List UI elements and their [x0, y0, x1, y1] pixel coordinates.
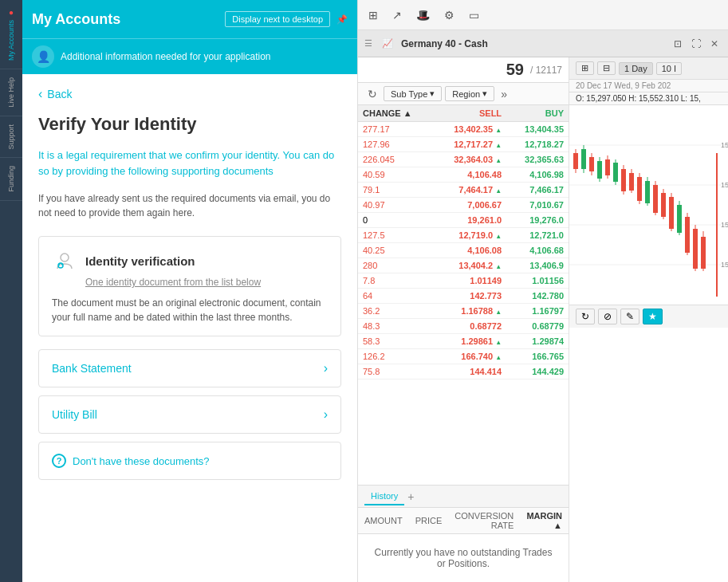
already-sent-text: If you have already sent us the required…: [38, 191, 341, 220]
change-cell: 40.97: [358, 198, 433, 213]
sell-cell: 166.740 ▲: [433, 349, 506, 364]
close-chart-button[interactable]: ✕: [707, 37, 722, 51]
table-row[interactable]: 226.045 32,364.03 ▲ 32,365.63: [358, 152, 569, 167]
line-chart-icon: 📈: [382, 38, 393, 49]
chart-type-toggle[interactable]: ⊟: [597, 61, 616, 75]
id-verify-description: The document must be an original electro…: [52, 296, 328, 324]
sub-type-chevron-icon: ▾: [430, 88, 435, 99]
table-row[interactable]: 79.1 7,464.17 ▲ 7,466.17: [358, 183, 569, 198]
table-row[interactable]: 277.17 13,402.35 ▲ 13,404.35: [358, 122, 569, 137]
price-display: 59 / 12117: [358, 57, 569, 83]
star-chart-button[interactable]: ★: [643, 309, 663, 324]
table-row[interactable]: 48.3 0.68772 0.68779: [358, 319, 569, 334]
display-next-button[interactable]: Display next to desktop: [225, 11, 330, 27]
back-button[interactable]: ‹ Back: [38, 87, 72, 101]
change-header: CHANGE ▲: [358, 105, 433, 122]
panel-header: My Accounts Display next to desktop 📌: [22, 0, 357, 38]
edit-chart-button[interactable]: ✎: [620, 309, 639, 324]
history-tabs: History +: [358, 486, 569, 508]
utility-bill-option[interactable]: Utility Bill ›: [38, 395, 341, 434]
id-verify-section: Identity verification One identity docum…: [38, 236, 341, 336]
price-value: 59: [506, 61, 524, 79]
buy-cell: 19,276.0: [506, 213, 569, 228]
buy-cell: 13,404.35: [506, 122, 569, 137]
change-cell: 79.1: [358, 183, 433, 198]
change-cell: 36.2: [358, 304, 433, 319]
margin-header[interactable]: MARGIN ▲: [520, 508, 569, 534]
candlestick-chart: 15,552 15,400 15,250 15,100: [569, 105, 728, 305]
table-row[interactable]: 127.96 12,717.27 ▲ 12,718.27: [358, 137, 569, 152]
1day-button[interactable]: 1 Day: [619, 62, 653, 75]
change-cell: 0: [358, 213, 433, 228]
table-row[interactable]: 126.2 166.740 ▲ 166.765: [358, 349, 569, 364]
bank-statement-option[interactable]: Bank Statement ›: [38, 349, 341, 387]
chart-view-toggle[interactable]: ⊞: [576, 61, 594, 75]
table-row[interactable]: 280 13,404.2 ▲ 13,406.9: [358, 258, 569, 273]
sell-cell: 32,364.03 ▲: [433, 152, 506, 167]
table-row[interactable]: 58.3 1.29861 ▲ 1.29874: [358, 334, 569, 349]
market-table-scroll[interactable]: CHANGE ▲ SELL BUY 277.17 13,402.35 ▲ 13,…: [358, 105, 569, 485]
refresh-chart-button[interactable]: ↻: [576, 309, 595, 324]
cancel-chart-button[interactable]: ⊘: [598, 309, 617, 324]
price-header: PRICE: [409, 508, 449, 534]
table-row[interactable]: 40.59 4,106.48 4,106.98: [358, 167, 569, 183]
restore-chart-button[interactable]: ⊡: [671, 37, 685, 51]
grid-tool-button[interactable]: ⊞: [364, 6, 382, 24]
table-nav-right[interactable]: »: [498, 88, 510, 100]
history-tab[interactable]: History: [364, 488, 404, 505]
svg-text:15,552: 15,552: [721, 141, 728, 149]
maximize-chart-button[interactable]: ⛶: [688, 37, 704, 51]
market-filters: ↻ Sub Type ▾ Region ▾ »: [358, 83, 569, 105]
gear-tool-button[interactable]: ⚙: [440, 6, 458, 24]
table-row[interactable]: 64 142.773 142.780: [358, 289, 569, 304]
chart-controls: ⊡ ⛶ ✕: [671, 37, 722, 51]
sidebar-item-funding[interactable]: Funding: [0, 158, 22, 201]
table-row[interactable]: 127.5 12,719.0 ▲ 12,721.0: [358, 228, 569, 243]
table-row[interactable]: 0 19,261.0 19,276.0: [358, 213, 569, 228]
pointer-tool-button[interactable]: ↗: [388, 6, 406, 24]
sell-cell: 13,402.35 ▲: [433, 122, 506, 137]
sell-cell: 144.414: [433, 364, 506, 379]
table-row[interactable]: 7.8 1.01149 1.01156: [358, 273, 569, 289]
10i-button[interactable]: 10 I: [656, 62, 682, 75]
notif-icon: 👤: [32, 45, 54, 68]
table-row[interactable]: 40.97 7,006.67 7,010.67: [358, 198, 569, 213]
svg-text:15,100: 15,100: [721, 261, 728, 269]
chart-time-bar: ⊞ ⊟ 1 Day 10 I: [569, 57, 728, 80]
buy-cell: 142.780: [506, 289, 569, 304]
change-cell: 58.3: [358, 334, 433, 349]
sell-header: SELL: [433, 105, 506, 122]
sell-cell: 13,404.2 ▲: [433, 258, 506, 273]
back-label: Back: [47, 88, 72, 100]
region-filter[interactable]: Region ▾: [445, 86, 494, 101]
svg-text:15,250: 15,250: [721, 221, 728, 229]
sidebar-item-live-help-label: Live Help: [7, 77, 15, 108]
main-panel: My Accounts Display next to desktop 📌 👤 …: [22, 0, 357, 582]
hat-tool-button[interactable]: 🎩: [412, 6, 434, 24]
table-refresh-button[interactable]: ↻: [364, 88, 380, 100]
notification-bar: 👤 Additional information needed for your…: [22, 38, 357, 74]
buy-cell: 12,721.0: [506, 228, 569, 243]
chart-action-bar: ↻ ⊘ ✎ ★: [569, 305, 728, 328]
buy-cell: 13,406.9: [506, 258, 569, 273]
utility-bill-label: Utility Bill: [52, 408, 97, 421]
sub-type-filter[interactable]: Sub Type ▾: [384, 86, 442, 101]
sidebar-item-support[interactable]: Support: [0, 116, 22, 159]
panel-title: My Accounts: [32, 11, 120, 28]
sell-cell: 7,006.67: [433, 198, 506, 213]
table-row[interactable]: 75.8 144.414 144.429: [358, 364, 569, 379]
sidebar-item-live-help[interactable]: Live Help: [0, 69, 22, 116]
sell-cell: 4,106.48: [433, 167, 506, 183]
table-row[interactable]: 36.2 1.16788 ▲ 1.16797: [358, 304, 569, 319]
table-row[interactable]: 40.25 4,106.08 4,106.68: [358, 243, 569, 258]
change-cell: 127.5: [358, 228, 433, 243]
rect-tool-button[interactable]: ▭: [465, 6, 483, 24]
change-cell: 126.2: [358, 349, 433, 364]
sidebar-item-my-accounts[interactable]: ● My Accounts: [0, 0, 22, 69]
vertical-sidebar: ● My Accounts Live Help Support Funding: [0, 0, 22, 582]
no-docs-button[interactable]: ? Don't have these documents?: [52, 454, 210, 468]
change-cell: 40.25: [358, 243, 433, 258]
add-tab-button[interactable]: +: [404, 490, 417, 503]
buy-cell: 1.01156: [506, 273, 569, 289]
buy-cell: 4,106.68: [506, 243, 569, 258]
